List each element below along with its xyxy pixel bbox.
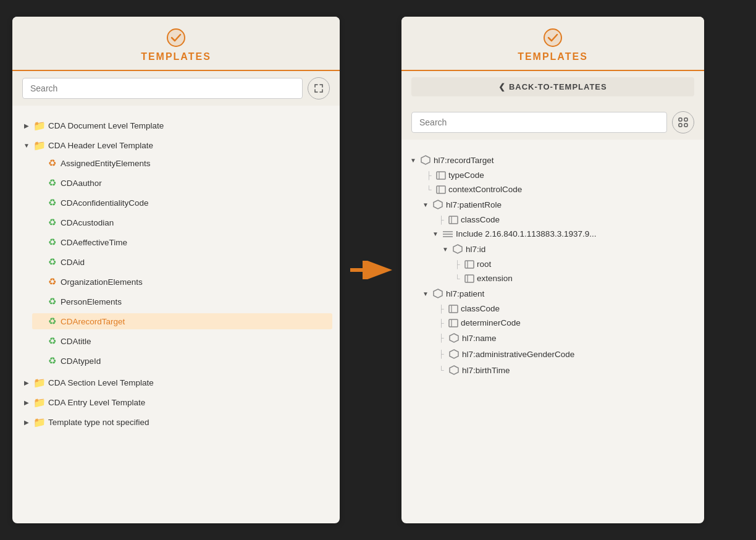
tree-row-selected[interactable]: ♻ CDArecordTarget	[32, 313, 332, 329]
toggle-icon: ▶	[22, 121, 31, 130]
back-section: ❮ BACK-TO-TEMPLATES	[401, 71, 704, 105]
tree-row[interactable]: ♻ PersonElements	[32, 293, 332, 310]
tree-row[interactable]: └ hl7:birthTime	[409, 362, 697, 378]
tree-row[interactable]: ♻ OrganizationElements	[32, 274, 332, 290]
square-icon	[436, 171, 446, 180]
tree-row[interactable]: ├ root	[409, 257, 697, 271]
list-item: ♻ CDAtypeId	[32, 351, 332, 371]
left-search-input[interactable]	[22, 78, 303, 99]
square-icon	[436, 185, 446, 194]
tree-row[interactable]: ♻ AssignedEntityElements	[32, 155, 332, 171]
tree-row[interactable]: ▶ 📁 CDA Entry Level Template	[20, 394, 332, 410]
right-expand-button[interactable]	[672, 111, 694, 133]
tree-row[interactable]: ▼ hl7:patientRole	[409, 196, 697, 213]
tree-row[interactable]: ♻ CDAtypeId	[32, 353, 332, 369]
right-panel-header: TEMPLATES	[401, 17, 704, 71]
svg-rect-16	[449, 216, 458, 224]
recycle-green-icon: ♻	[46, 216, 58, 229]
tree-row[interactable]: ▶ 📁 Template type not specified	[20, 414, 332, 430]
item-label: CDA Entry Level Template	[48, 398, 145, 407]
tree-row[interactable]: ▼ hl7:id	[409, 241, 697, 257]
tree-row[interactable]: ├ classCode	[409, 302, 697, 316]
svg-marker-31	[450, 334, 458, 342]
tree-row[interactable]: ▼ hl7:patient	[409, 285, 697, 302]
svg-rect-27	[449, 305, 458, 313]
cmd-icon	[678, 117, 688, 127]
toggle-icon: ▶	[22, 398, 31, 407]
hex-icon	[432, 199, 443, 210]
square-icon	[464, 274, 474, 283]
item-label: CDA Header Level Template	[48, 141, 153, 150]
left-expand-button[interactable]	[308, 77, 330, 99]
item-label: contextControlCode	[448, 185, 522, 194]
tree-children: ♻ AssignedEntityElements ♻ CDAauthor	[20, 153, 332, 371]
item-label: CDAeffectiveTime	[61, 238, 127, 247]
tree-row[interactable]: ♻ CDAid	[32, 254, 332, 270]
item-label: AssignedEntityElements	[61, 159, 151, 168]
list-item: ▶ 📁 CDA Document Level Template	[20, 116, 332, 135]
hex-icon	[448, 332, 460, 344]
list-item: ♻ CDArecordTarget	[32, 311, 332, 331]
tree-row[interactable]: ♻ CDAconfidentialityCode	[32, 195, 332, 211]
back-to-templates-button[interactable]: ❮ BACK-TO-TEMPLATES	[411, 77, 694, 96]
list-item: ♻ AssignedEntityElements	[32, 153, 332, 173]
connector-icon: ├	[439, 305, 446, 313]
tree-row[interactable]: ├ hl7:name	[409, 330, 697, 346]
recycle-green-icon: ♻	[46, 177, 58, 189]
right-search-input[interactable]	[411, 112, 667, 133]
hex-icon	[420, 154, 431, 166]
tree-row[interactable]: ├ hl7:administrativeGenderCode	[409, 346, 697, 362]
item-label: typeCode	[448, 171, 484, 180]
recycle-green-icon: ♻	[46, 315, 58, 327]
right-panel-title: TEMPLATES	[518, 51, 588, 62]
svg-rect-24	[465, 275, 474, 282]
list-item: ▶ 📁 CDA Section Level Template	[20, 373, 332, 392]
connector-icon: ├	[439, 334, 446, 342]
connector-icon: ├	[439, 350, 446, 358]
tree-row[interactable]: ▼ Include 2.16.840.1.113883.3.1937.9...	[409, 227, 697, 241]
item-label: extension	[477, 274, 513, 283]
item-label: CDAconfidentialityCode	[61, 198, 149, 208]
tree-row[interactable]: └ extension	[409, 271, 697, 285]
tree-row[interactable]: ▶ 📁 CDA Section Level Template	[20, 374, 332, 390]
tree-row[interactable]: ├ classCode	[409, 213, 697, 227]
recycle-green-icon: ♻	[46, 355, 58, 367]
main-container: TEMPLATES ▶ 📁 CDA Docume	[0, 0, 756, 540]
tree-row[interactable]: ♻ CDAeffectiveTime	[32, 234, 332, 250]
svg-marker-21	[453, 245, 462, 253]
list-item: ♻ CDAid	[32, 252, 332, 272]
folder-icon: 📁	[33, 139, 46, 151]
square-icon	[464, 260, 474, 269]
tree-row[interactable]: ♻ CDAauthor	[32, 175, 332, 191]
item-label: PersonElements	[61, 297, 122, 306]
hex-icon	[432, 288, 443, 299]
tree-row[interactable]: ♻ CDAcustodian	[32, 214, 332, 230]
item-label: classCode	[461, 215, 500, 224]
connector-icon: ├	[455, 260, 462, 269]
spacer	[35, 297, 43, 306]
item-label: classCode	[461, 304, 500, 313]
left-tree: ▶ 📁 CDA Document Level Template ▼ 📁 CDA …	[20, 116, 332, 432]
tree-row[interactable]: ├ determinerCode	[409, 316, 697, 330]
square-icon	[448, 319, 458, 327]
spacer	[35, 179, 43, 187]
svg-rect-8	[679, 124, 682, 127]
tree-row[interactable]: └ contextControlCode	[409, 182, 697, 196]
tree-row[interactable]: ▼ 📁 CDA Header Level Template	[20, 137, 332, 153]
list-item: ♻ PersonElements	[32, 292, 332, 311]
tree-row[interactable]: ▶ 📁 CDA Document Level Template	[20, 117, 332, 133]
spacer	[35, 337, 43, 345]
tree-row[interactable]: ▼ hl7:recordTarget	[409, 152, 697, 168]
spacer	[35, 218, 43, 227]
recycle-green-icon: ♻	[46, 295, 58, 308]
spacer	[35, 258, 43, 266]
arrow-icon	[349, 261, 392, 279]
list-item: ♻ CDAeffectiveTime	[32, 232, 332, 252]
item-label: hl7:patientRole	[446, 200, 502, 209]
hex-icon	[448, 365, 460, 376]
recycle-green-icon: ♻	[46, 335, 58, 347]
item-label: CDA Section Level Template	[48, 378, 154, 387]
tree-row[interactable]: ├ typeCode	[409, 168, 697, 182]
recycle-green-icon: ♻	[46, 236, 58, 248]
tree-row[interactable]: ♻ CDAtitle	[32, 333, 332, 349]
